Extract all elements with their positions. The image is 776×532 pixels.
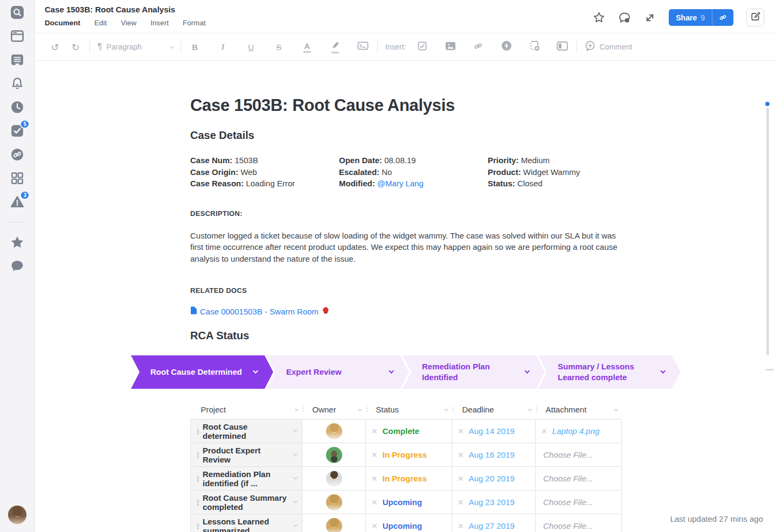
chevron-down-icon[interactable] [389,368,394,374]
remove-icon[interactable]: ✕ [458,474,464,483]
expand-icon[interactable] [644,12,656,24]
strikethrough-button[interactable]: S [273,39,286,54]
owner-avatar[interactable] [326,423,342,439]
sidebar-inbox-button[interactable] [9,52,25,68]
col-header-status[interactable]: ⋮Status [366,401,452,419]
project-cell[interactable]: ⋮Remediation Plan identified (if ... [191,467,302,491]
owner-cell[interactable] [302,491,366,514]
attachment-cell[interactable]: ✕Choose File... [536,443,622,467]
sidebar-chat-button[interactable] [9,258,25,274]
deadline-cell[interactable]: ✕Aug 20 2019 [452,467,536,491]
menu-edit[interactable]: Edit [94,19,107,27]
compose-button[interactable] [746,9,764,26]
sidebar-tasks-button[interactable]: 5 [9,123,25,139]
col-header-project[interactable]: Project [191,401,302,419]
sidebar-recent-button[interactable] [9,99,25,115]
owner-avatar[interactable] [326,471,342,487]
redo-button[interactable]: ↻ [69,39,82,54]
sidebar-links-button[interactable] [9,146,25,163]
chevron-down-icon[interactable] [294,428,297,432]
deadline-cell[interactable]: ✕Aug 23 2019 [452,491,536,514]
user-avatar[interactable] [8,505,27,524]
drag-handle-icon[interactable]: ⋮ [195,521,202,530]
remove-icon[interactable]: ✕ [458,451,464,459]
remove-icon[interactable]: ✕ [458,498,464,507]
owner-cell[interactable] [302,443,366,467]
project-cell[interactable]: ⋮Root Cause determined [191,419,302,443]
vertical-scrollbar[interactable] [766,108,769,355]
sidebar-apps-button[interactable] [9,170,25,186]
bold-button[interactable]: B [189,39,202,54]
status-cell[interactable]: ✕Upcoming [366,491,452,514]
stage-root-cause-determined[interactable]: Root Cause Determined [131,355,273,389]
paragraph-style-dropdown[interactable]: ¶ Paragraph [98,39,173,54]
chevron-down-icon[interactable] [294,523,297,527]
deadline-cell[interactable]: ✕Aug 16 2019 [452,443,536,467]
sidebar-favorites-button[interactable] [9,234,25,250]
chevron-down-icon[interactable] [660,368,666,374]
related-doc-link[interactable]: Case 00001503B - Swarm Room [190,306,329,316]
chevron-down-icon[interactable] [253,368,258,374]
insert-document-button[interactable] [528,39,541,54]
sidebar-search-button[interactable] [9,4,25,20]
remove-icon[interactable]: ✕ [371,427,378,436]
status-cell[interactable]: ✕Upcoming [366,514,452,532]
italic-button[interactable]: I [217,39,230,54]
remove-icon[interactable]: ✕ [541,427,548,436]
deadline-cell[interactable]: ✕Aug 14 2019 [452,419,536,443]
sidebar-desktop-button[interactable] [9,28,25,44]
underline-button[interactable]: U [245,39,258,54]
conversation-icon[interactable] [618,11,631,24]
status-cell[interactable]: ✕In Progress [366,467,452,491]
menu-insert[interactable]: Insert [150,19,169,27]
remove-icon[interactable]: ✕ [458,522,464,530]
code-block-button[interactable] [357,39,370,54]
owner-avatar[interactable] [326,494,342,510]
horizontal-scrollbar[interactable] [766,369,774,370]
remove-icon[interactable]: ✕ [371,451,378,459]
project-cell[interactable]: ⋮Product Expert Review [191,443,302,467]
status-cell[interactable]: ✕Complete [366,419,452,443]
mention-link[interactable]: @Mary Lang [377,179,424,188]
col-header-deadline[interactable]: ⋮Deadline [452,401,536,419]
remove-icon[interactable]: ✕ [458,427,464,436]
col-header-owner[interactable]: ⋮Owner [302,401,366,419]
attachment-cell[interactable]: ✕Laptop 4.png [536,419,622,443]
sidebar-alerts-button[interactable]: 3 [9,194,25,210]
text-color-button[interactable]: A [301,39,314,54]
add-comment-button[interactable]: Comment [585,39,633,54]
copy-link-icon[interactable] [712,9,733,26]
status-cell[interactable]: ✕In Progress [366,443,452,467]
owner-cell[interactable] [302,514,366,532]
project-cell[interactable]: ⋮Lessons Learned summarized [191,514,302,532]
chevron-down-icon[interactable] [294,475,297,479]
remove-icon[interactable]: ✕ [371,498,378,507]
share-button[interactable]: Share9 [669,9,733,26]
stage-expert-review[interactable]: Expert Review [267,355,409,389]
attachment-cell[interactable]: ✕Choose File... [536,467,622,491]
owner-avatar[interactable] [326,447,342,463]
highlight-button[interactable] [329,39,342,54]
layout-button[interactable] [556,39,569,54]
chevron-down-icon[interactable] [524,368,530,374]
owner-cell[interactable] [302,419,366,443]
drag-handle-icon[interactable]: ⋮ [195,474,202,483]
deadline-cell[interactable]: ✕Aug 27 2019 [452,514,536,532]
menu-view[interactable]: View [121,19,136,27]
drag-handle-icon[interactable]: ⋮ [195,498,202,507]
owner-avatar[interactable] [326,518,342,532]
insert-action-button[interactable] [500,39,513,54]
insert-image-button[interactable] [444,39,457,54]
insert-link-button[interactable] [472,39,485,54]
col-header-attachment[interactable]: ⋮Attachment [536,401,622,419]
chevron-down-icon[interactable] [294,452,297,456]
insert-checklist-button[interactable] [416,39,429,54]
sidebar-notifications-button[interactable] [9,75,25,92]
menu-format[interactable]: Format [183,19,206,27]
favorite-star-icon[interactable] [593,11,605,24]
undo-button[interactable]: ↺ [48,39,61,54]
drag-handle-icon[interactable]: ⋮ [195,450,202,459]
attachment-cell[interactable]: ✕Choose File... [536,514,622,532]
drag-handle-icon[interactable]: ⋮ [195,426,202,436]
attachment-cell[interactable]: ✕Choose File... [536,491,622,514]
